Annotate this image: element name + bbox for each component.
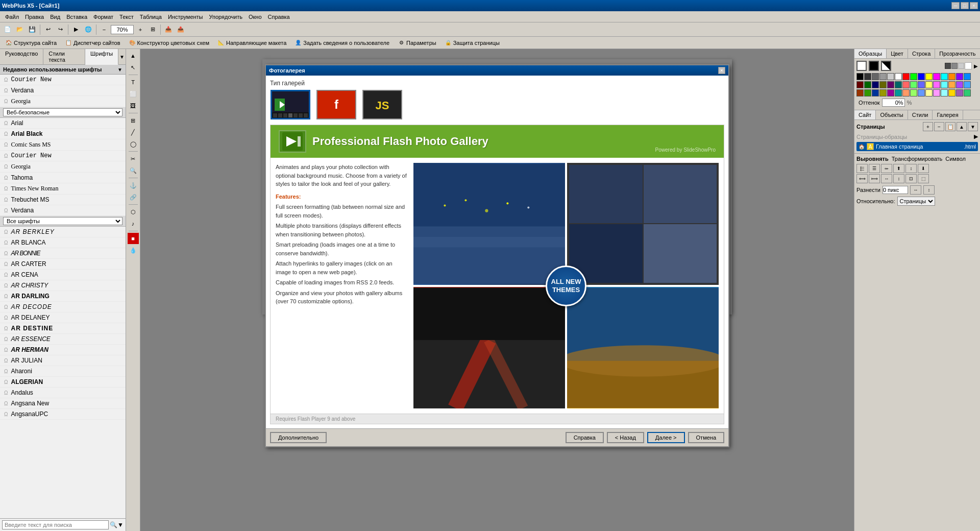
color-amethyst[interactable] (956, 89, 963, 96)
spacing-apply-btn[interactable]: ↔ (910, 185, 921, 195)
align-middle-btn[interactable]: ↕ (905, 164, 917, 173)
menu-format[interactable]: Формат (90, 13, 116, 21)
export-button[interactable]: 📤 (175, 24, 186, 35)
spacing-apply-v-btn[interactable]: ↕ (923, 185, 935, 195)
window-controls[interactable]: ─ □ × (951, 2, 978, 9)
site-manager-btn[interactable]: 📋 Диспетчер сайтов (62, 38, 124, 47)
font-search-clear-btn[interactable]: ▼ (117, 521, 124, 528)
menu-edit[interactable]: Правка (22, 13, 47, 21)
color-mediumpurple[interactable] (956, 81, 963, 88)
site-structure-btn[interactable]: 🏠 Структура сайта (2, 38, 60, 47)
color-black[interactable] (856, 73, 864, 80)
menu-table[interactable]: Таблица (137, 13, 165, 21)
color-darkblue[interactable] (872, 81, 879, 88)
color-darkgray[interactable] (864, 73, 871, 80)
align-extra-btn[interactable]: ⬚ (918, 174, 929, 183)
minimize-button[interactable]: ─ (951, 2, 960, 9)
close-button[interactable]: × (970, 2, 978, 9)
color-cyan[interactable] (941, 73, 948, 80)
color-paleblue[interactable] (941, 89, 948, 96)
line-tool-btn[interactable]: ╱ (128, 127, 139, 138)
color-yellow[interactable] (925, 73, 933, 80)
font-item-ar-carter[interactable]: Ω AR CARTER (0, 259, 126, 270)
page-item-home[interactable]: 🏠 A Главная страница .html (856, 142, 978, 151)
back-button[interactable]: < Назад (607, 432, 644, 443)
align-label[interactable]: Выровнять (856, 156, 889, 162)
help-button[interactable]: Справка (566, 432, 604, 443)
transform-label[interactable]: Трансформировать (892, 156, 943, 162)
cancel-button[interactable]: Отмена (688, 432, 724, 443)
font-item-ar-bonnie[interactable]: Ω AR BONNIE (0, 248, 126, 259)
eyedrop-tool-btn[interactable]: 💧 (128, 245, 139, 256)
color-pink[interactable] (933, 89, 940, 96)
same-size-btn[interactable]: ⊡ (905, 174, 917, 183)
menu-window[interactable]: Окно (246, 13, 265, 21)
gallery-type-flash[interactable]: f (316, 90, 357, 119)
tab-samples[interactable]: Образцы (854, 49, 887, 58)
font-item-ar-herman[interactable]: Ω AR HERMAN (0, 345, 126, 355)
same-w-btn[interactable]: ↔ (881, 174, 892, 183)
tab-objects[interactable]: Объекты (876, 110, 908, 119)
align-top-btn[interactable]: ⬆ (893, 164, 904, 173)
dialog-close-btn[interactable]: × (718, 67, 725, 74)
menu-help[interactable]: Справка (265, 13, 293, 21)
same-h-btn[interactable]: ↕ (893, 174, 904, 183)
image-tool-btn[interactable]: 🖼 (128, 100, 139, 111)
font-item-ar-blanca[interactable]: Ω AR BLANCA (0, 237, 126, 248)
color-darkcyan[interactable] (895, 89, 902, 96)
color-teal[interactable] (895, 81, 902, 88)
pages-delete-btn[interactable]: − (934, 122, 944, 131)
import-button[interactable]: 📥 (163, 24, 174, 35)
font-item-courier-new[interactable]: Ω Courier New (0, 151, 126, 161)
lightgray-swatch[interactable] (958, 63, 964, 69)
tab-color[interactable]: Цвет (887, 49, 908, 58)
preview-button[interactable]: ▶ (70, 24, 82, 35)
menu-insert[interactable]: Вставка (63, 13, 90, 21)
anchor-tool-btn[interactable]: ⚓ (128, 180, 139, 191)
tab-text-styles[interactable]: Стили текста (43, 49, 85, 64)
color-salmon[interactable] (902, 89, 910, 96)
color-darkred[interactable] (856, 81, 864, 88)
color-red[interactable] (902, 73, 910, 80)
none-swatch[interactable] (881, 61, 891, 71)
font-item-angsana-upc[interactable]: Ω AngsanaUPC (0, 409, 126, 420)
white-swatch[interactable] (856, 61, 867, 71)
panel-options-btn[interactable]: ▼ (118, 49, 126, 64)
color-skyblue[interactable] (964, 73, 971, 80)
color-menu-btn[interactable]: ▶ (974, 63, 978, 69)
dist-h-btn[interactable]: ⟺ (856, 174, 868, 183)
shade-input[interactable]: 0% (882, 99, 905, 107)
menu-view[interactable]: Вид (47, 13, 63, 21)
font-item-andalus[interactable]: Ω Andalus (0, 388, 126, 398)
font-item-georgia-ws[interactable]: Ω Georgia (0, 161, 126, 173)
color-lightmagenta[interactable] (933, 81, 940, 88)
font-item-times-new-roman[interactable]: Ω Times New Roman (0, 183, 126, 195)
color-darkyellow[interactable] (879, 89, 887, 96)
spacing-input[interactable]: 0 пикс (883, 186, 908, 194)
font-item-arial[interactable]: Ω Arial (0, 118, 126, 129)
font-item-trebuchet[interactable]: Ω Trebuchet MS (0, 195, 126, 205)
canvas-area[interactable]: Фотогалерея × Тип галерей (140, 49, 854, 531)
maximize-button[interactable]: □ (961, 2, 969, 9)
zoom-fit-button[interactable]: ⊞ (147, 24, 158, 35)
font-item-angsana-new[interactable]: Ω Angsana New (0, 398, 126, 409)
menu-tools[interactable]: Инструменты (165, 13, 206, 21)
color-green[interactable] (910, 73, 917, 80)
font-item-verdana-ws[interactable]: Ω Verdana (0, 205, 126, 216)
font-search-input[interactable] (2, 520, 109, 529)
pages-move-up-btn[interactable]: ▲ (957, 122, 967, 131)
dark-swatch[interactable] (945, 63, 951, 69)
font-item-arial-black[interactable]: Ω Arial Black (0, 129, 126, 139)
color-blue[interactable] (918, 73, 925, 80)
align-bottom-btn[interactable]: ⬇ (918, 164, 929, 173)
color-chartreuse[interactable] (910, 89, 917, 96)
color-brown[interactable] (856, 89, 864, 96)
color-lightorange[interactable] (948, 81, 955, 88)
color-cornflower[interactable] (964, 81, 971, 88)
tab-guide[interactable]: Руководство (0, 49, 43, 64)
font-item-ar-julian[interactable]: Ω AR JULIAN (0, 355, 126, 366)
align-left-btn[interactable]: ⬱ (856, 164, 868, 173)
tab-line[interactable]: Строка (908, 49, 935, 58)
font-item-verdana[interactable]: Ω Verdana (0, 85, 126, 96)
font-item-courier-new-recent[interactable]: Ω Courier New (0, 75, 126, 85)
